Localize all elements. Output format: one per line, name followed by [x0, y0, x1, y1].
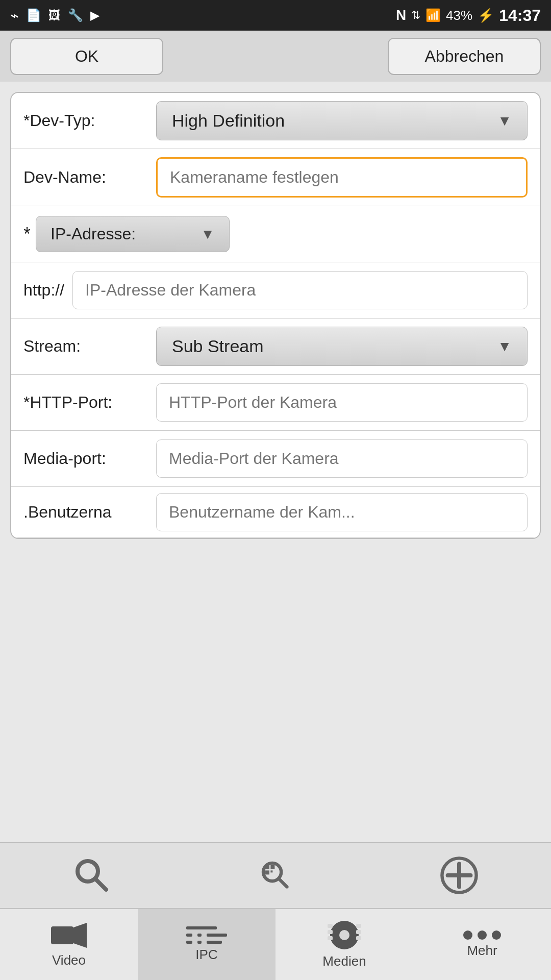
svg-rect-17: [328, 936, 333, 940]
svg-rect-11: [51, 926, 73, 944]
dev-typ-label: *Dev-Typ:: [23, 111, 156, 130]
nav-ipc-label: IPC: [195, 947, 217, 963]
svg-rect-19: [356, 930, 361, 934]
svg-rect-7: [270, 870, 272, 872]
nav-medien-label: Medien: [322, 953, 366, 969]
media-port-label: Media-port:: [23, 449, 156, 468]
device-form: *Dev-Typ: High Definition ▼ Dev-Name: * …: [10, 92, 541, 539]
svg-rect-5: [270, 865, 274, 869]
qr-scan-icon: [255, 855, 296, 896]
battery-percent: 43%: [446, 8, 472, 23]
stream-control: Sub Stream ▼: [156, 327, 528, 366]
nav-item-medien[interactable]: Medien: [276, 909, 413, 980]
n-icon: N: [396, 7, 406, 23]
stream-dropdown[interactable]: Sub Stream ▼: [156, 327, 528, 366]
ip-adresse-dropdown[interactable]: IP-Adresse: ▼: [36, 216, 230, 252]
play-icon: ▶: [90, 8, 99, 22]
dev-name-input[interactable]: [156, 157, 528, 198]
svg-rect-6: [265, 870, 269, 874]
http-port-label: *HTTP-Port:: [23, 393, 156, 412]
svg-rect-4: [265, 865, 269, 869]
qr-scan-button[interactable]: [245, 852, 306, 898]
image-icon: 🖼: [48, 8, 61, 22]
media-port-input[interactable]: [156, 439, 528, 478]
benutzername-row: .Benutzerna: [11, 487, 540, 538]
benutzername-control: [156, 493, 528, 531]
svg-line-3: [279, 878, 287, 887]
ipc-icon: [186, 926, 227, 944]
stream-row: Stream: Sub Stream ▼: [11, 318, 540, 375]
benutzername-input[interactable]: [156, 493, 528, 531]
bottom-toolbar: [0, 842, 551, 909]
http-prefix-label: http://: [23, 281, 64, 300]
media-port-row: Media-port:: [11, 431, 540, 487]
status-time: 14:37: [499, 6, 541, 25]
stream-value: Sub Stream: [172, 336, 264, 356]
dev-name-label: Dev-Name:: [23, 168, 156, 187]
svg-line-1: [95, 878, 106, 890]
bottom-nav: Video IPC: [0, 909, 551, 980]
http-ip-row: http://: [11, 262, 540, 318]
media-icon: [327, 920, 362, 950]
doc-icon: 📄: [26, 8, 41, 22]
media-port-control: [156, 439, 528, 478]
add-icon: [439, 855, 480, 896]
dev-name-control: [156, 157, 528, 198]
top-buttons-bar: OK Abbrechen: [0, 31, 551, 82]
cancel-button[interactable]: Abbrechen: [388, 38, 541, 75]
svg-rect-16: [328, 930, 333, 934]
http-port-row: *HTTP-Port:: [11, 375, 540, 431]
chevron-down-icon: ▼: [497, 113, 512, 129]
nav-item-mehr[interactable]: Mehr: [413, 909, 551, 980]
dev-typ-row: *Dev-Typ: High Definition ▼: [11, 93, 540, 149]
ip-adresse-row: * IP-Adresse: ▼: [11, 206, 540, 262]
svg-rect-20: [356, 936, 361, 940]
svg-rect-15: [328, 924, 333, 928]
video-camera-icon: [51, 921, 87, 949]
dev-typ-control: High Definition ▼: [156, 101, 528, 140]
search-button[interactable]: [61, 852, 122, 898]
svg-marker-12: [73, 923, 87, 948]
more-dots-icon: [463, 930, 501, 940]
dev-name-row: Dev-Name:: [11, 149, 540, 206]
add-device-button[interactable]: [429, 852, 490, 898]
svg-rect-18: [356, 924, 361, 928]
tool-icon: 🔧: [68, 8, 83, 22]
svg-point-14: [339, 930, 349, 940]
status-icons-left: ⌁ 📄 🖼 🔧 ▶: [10, 7, 99, 24]
http-port-control: [156, 383, 528, 422]
http-port-input[interactable]: [156, 383, 528, 422]
ip-chevron-down-icon: ▼: [201, 226, 215, 242]
nav-video-label: Video: [52, 952, 86, 968]
transfer-icon: ⇅: [411, 9, 420, 22]
ip-adresse-label: IP-Adresse:: [51, 225, 136, 243]
dev-typ-value: High Definition: [172, 111, 285, 131]
status-bar: ⌁ 📄 🖼 🔧 ▶ N ⇅ 📶 43% ⚡ 14:37: [0, 0, 551, 31]
ok-button[interactable]: OK: [10, 38, 163, 75]
status-icons-right: N ⇅ 📶 43% ⚡ 14:37: [396, 6, 541, 25]
stream-chevron-down-icon: ▼: [497, 338, 512, 355]
battery-icon: ⚡: [478, 8, 494, 23]
dev-typ-dropdown[interactable]: High Definition ▼: [156, 101, 528, 140]
signal-icon: 📶: [425, 8, 441, 22]
usb-icon: ⌁: [10, 7, 19, 24]
ip-address-input[interactable]: [72, 271, 528, 309]
benutzername-label: .Benutzerna: [23, 503, 156, 522]
nav-item-ipc[interactable]: IPC: [138, 909, 276, 980]
http-ip-control: [72, 271, 528, 309]
stream-label: Stream:: [23, 337, 156, 356]
search-icon: [71, 855, 112, 896]
nav-item-video[interactable]: Video: [0, 909, 138, 980]
nav-mehr-label: Mehr: [467, 943, 497, 959]
ip-asterisk: *: [23, 224, 31, 245]
